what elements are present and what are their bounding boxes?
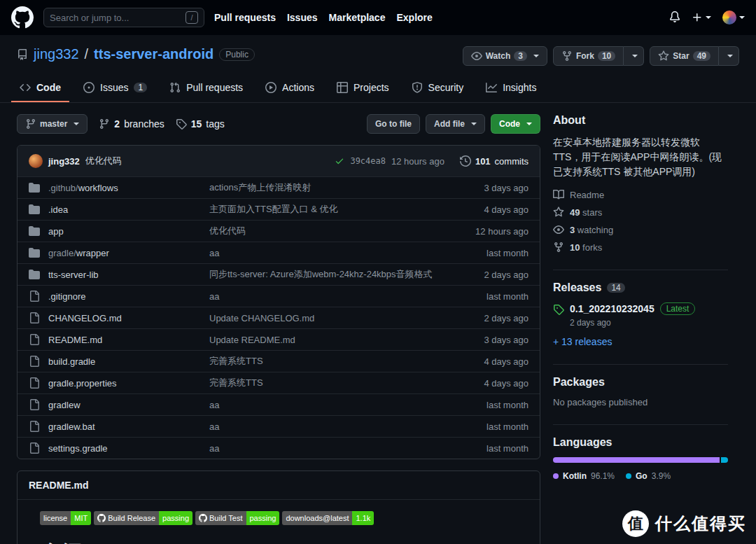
search-input[interactable]: Search or jump to... / (43, 8, 204, 27)
downloads-badge[interactable]: downloads@latest 1.1k (282, 511, 374, 525)
language-kotlin[interactable]: Kotlin 96.1% (553, 471, 615, 481)
file-name-link[interactable]: tts-server-lib (48, 270, 201, 280)
repo-header: jing332 / tts-server-android Public Watc… (0, 35, 756, 66)
table-row[interactable]: gradlew aa last month (18, 393, 540, 415)
caret-down-icon (533, 55, 539, 57)
repo-owner-link[interactable]: jing332 (34, 46, 79, 62)
row-commit-message[interactable]: aa (209, 291, 442, 302)
file-name-link[interactable]: README.md (48, 335, 201, 345)
row-commit-message[interactable]: Update CHANGELOG.md (209, 313, 442, 323)
file-name-link[interactable]: settings.gradle (48, 443, 201, 454)
nav-marketplace[interactable]: Marketplace (329, 12, 386, 23)
star-button[interactable]: Star 49 (650, 46, 719, 66)
tab-actions[interactable]: Actions (257, 76, 323, 102)
table-row[interactable]: tts-server-lib 同步tts-server: Azure添加webm… (18, 263, 540, 285)
file-name-link[interactable]: gradlew (48, 400, 201, 410)
row-commit-message[interactable]: aa (209, 443, 442, 454)
file-icon (29, 399, 40, 410)
add-file-button[interactable]: Add file (426, 114, 485, 134)
commit-message-link[interactable]: 优化代码 (85, 155, 330, 167)
github-logo-icon (199, 514, 207, 522)
release-time: 2 days ago (570, 318, 695, 328)
tab-security[interactable]: Security (403, 76, 472, 102)
file-name-link[interactable]: gradlew.bat (48, 421, 201, 432)
tab-code[interactable]: Code (11, 76, 69, 102)
watch-label: Watch (486, 51, 511, 61)
table-row[interactable]: .github/workflows actions产物上传混淆映射 3 days… (18, 176, 540, 198)
row-commit-message[interactable]: 完善系统TTS (209, 355, 442, 368)
readme-filename[interactable]: README.md (18, 471, 540, 500)
user-menu-button[interactable] (722, 11, 745, 25)
table-row[interactable]: app 优化代码 12 hours ago (18, 220, 540, 242)
table-row[interactable]: .gitignore aa last month (18, 285, 540, 307)
stars-count: 49 (570, 207, 580, 218)
row-commit-message[interactable]: Update README.md (209, 335, 442, 345)
releases-title[interactable]: Releases14 (553, 281, 728, 294)
fork-dropdown-button[interactable] (624, 46, 644, 66)
watching-label: watching (578, 225, 613, 235)
star-dropdown-button[interactable] (719, 46, 739, 66)
license-badge[interactable]: license MIT (40, 511, 91, 525)
row-commit-message[interactable]: 同步tts-server: Azure添加webm-24khz-24kbps音频… (209, 268, 442, 281)
row-commit-message[interactable]: aa (209, 248, 442, 258)
language-go[interactable]: Go 3.9% (626, 471, 671, 481)
table-row[interactable]: .idea 主页面加入TTS配置入口 & 优化 4 days ago (18, 198, 540, 220)
row-commit-message[interactable]: aa (209, 400, 442, 410)
branches-link[interactable]: 2 branches (99, 118, 164, 130)
file-name-link[interactable]: build.gradle (48, 356, 201, 367)
build-release-badge[interactable]: Build Release passing (94, 511, 192, 525)
check-icon (335, 156, 344, 166)
forks-link[interactable]: 10 forks (553, 242, 728, 253)
table-row[interactable]: gradlew.bat aa last month (18, 415, 540, 437)
tab-insights[interactable]: Insights (477, 76, 545, 102)
more-releases-link[interactable]: + 13 releases (553, 336, 612, 347)
stars-link[interactable]: 49 stars (553, 207, 728, 218)
code-download-button[interactable]: Code (491, 114, 540, 134)
watching-link[interactable]: 3 watching (553, 224, 728, 235)
row-commit-message[interactable]: actions产物上传混淆映射 (209, 181, 442, 194)
commit-history-link[interactable]: 101 commits (460, 155, 528, 167)
file-name-link[interactable]: gradle/wrapper (48, 248, 201, 258)
file-name-link[interactable]: .github/workflows (48, 183, 201, 193)
go-to-file-button[interactable]: Go to file (367, 114, 420, 134)
commit-sha-link[interactable]: 39c4ea8 (350, 156, 386, 166)
row-commit-message[interactable]: 主页面加入TTS配置入口 & 优化 (209, 203, 442, 216)
row-commit-message[interactable]: 完善系统TTS (209, 377, 442, 389)
build-test-badge[interactable]: Build Test passing (195, 511, 279, 525)
notifications-bell-icon[interactable] (669, 11, 680, 25)
tab-projects[interactable]: Projects (328, 76, 398, 102)
table-row[interactable]: build.gradle 完善系统TTS 4 days ago (18, 350, 540, 372)
table-row[interactable]: README.md Update README.md 3 days ago (18, 328, 540, 350)
file-name-link[interactable]: .gitignore (48, 291, 201, 302)
commit-author-link[interactable]: jing332 (48, 156, 80, 167)
create-new-button[interactable] (692, 12, 711, 23)
nav-issues[interactable]: Issues (287, 12, 318, 23)
latest-release[interactable]: 0.1_202210232045Latest 2 days ago (553, 302, 728, 328)
watch-button[interactable]: Watch 3 (463, 46, 547, 66)
file-name-link[interactable]: CHANGELOG.md (48, 313, 201, 323)
file-name-link[interactable]: app (48, 226, 201, 237)
file-name: gradlew (48, 400, 80, 410)
caret-down-icon (632, 55, 638, 57)
nav-pull-requests[interactable]: Pull requests (214, 12, 276, 23)
commit-author-avatar[interactable] (29, 154, 43, 168)
tab-issues[interactable]: Issues1 (75, 76, 155, 102)
table-row[interactable]: settings.gradle aa last month (18, 437, 540, 459)
repo-name-link[interactable]: tts-server-android (94, 46, 214, 62)
file-name: wrapper (76, 248, 109, 258)
nav-explore[interactable]: Explore (396, 12, 432, 23)
file-name-link[interactable]: .idea (48, 204, 201, 215)
row-commit-message[interactable]: 优化代码 (209, 225, 442, 237)
readme-link[interactable]: Readme (553, 189, 728, 200)
github-logo-icon[interactable] (11, 6, 34, 29)
table-row[interactable]: gradle/wrapper aa last month (18, 242, 540, 263)
file-name-link[interactable]: gradle.properties (48, 378, 201, 389)
fork-button[interactable]: Fork 10 (553, 46, 624, 66)
tab-pull-requests[interactable]: Pull requests (161, 76, 251, 102)
table-row[interactable]: gradle.properties 完善系统TTS 4 days ago (18, 372, 540, 393)
table-row[interactable]: CHANGELOG.md Update CHANGELOG.md 2 days … (18, 307, 540, 328)
star-icon (658, 50, 669, 62)
branch-selector-button[interactable]: master (17, 114, 88, 134)
row-commit-message[interactable]: aa (209, 421, 442, 432)
tags-link[interactable]: 15 tags (176, 118, 225, 130)
